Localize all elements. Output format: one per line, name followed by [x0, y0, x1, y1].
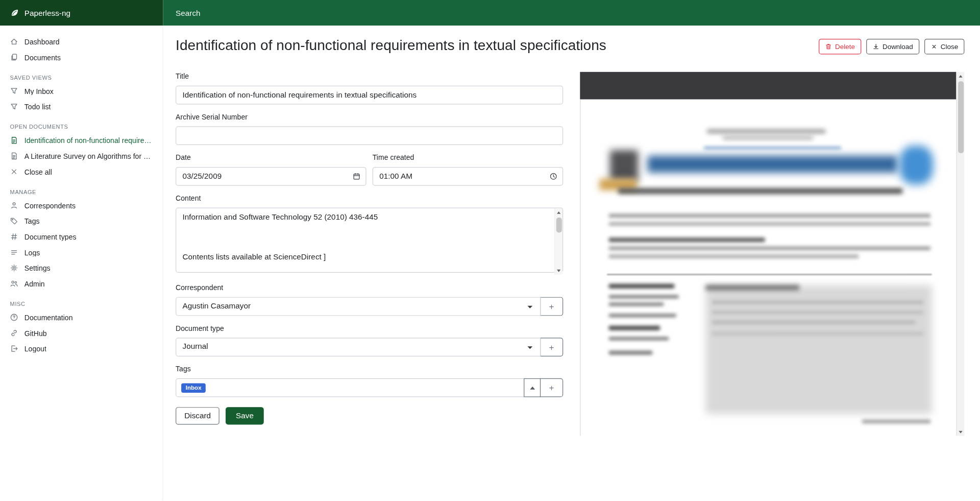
- scroll-down-icon[interactable]: [959, 431, 962, 434]
- close-button[interactable]: Close: [924, 39, 965, 55]
- hash-icon: [10, 233, 18, 241]
- preview-scrollbar[interactable]: [956, 72, 964, 436]
- correspondent-select[interactable]: Agustin Casamayor: [176, 297, 541, 316]
- file-text-icon: [10, 136, 18, 145]
- delete-label: Delete: [835, 42, 855, 52]
- sidebar-item-documentation[interactable]: Documentation: [0, 309, 162, 325]
- brand-name: Paperless-ng: [24, 9, 70, 17]
- trash-icon: [825, 43, 832, 50]
- download-button[interactable]: Download: [866, 39, 919, 55]
- house-icon: [10, 37, 18, 45]
- document-type-value: Journal: [183, 342, 208, 351]
- title-label: Title: [176, 72, 563, 81]
- page-header: Identification of non-functional require…: [163, 26, 980, 55]
- sidebar-item-label: Logs: [24, 249, 40, 256]
- sidebar-section-title: OPEN DOCUMENTS: [0, 114, 162, 133]
- sidebar-item-github[interactable]: GitHub: [0, 325, 162, 341]
- logout-icon: [10, 345, 18, 353]
- page-title: Identification of non-functional require…: [176, 36, 606, 54]
- sidebar: Dashboard Documents SAVED VIEWS My Inbox…: [0, 26, 163, 501]
- time-label: Time created: [373, 153, 563, 162]
- sidebar-item-open-document-2[interactable]: A Literature Survey on Algorithms for Mu…: [0, 148, 162, 164]
- delete-button[interactable]: Delete: [819, 39, 861, 55]
- download-label: Download: [883, 42, 913, 52]
- add-document-type-button[interactable]: +: [540, 338, 563, 357]
- funnel-icon: [10, 103, 18, 111]
- add-tag-button[interactable]: +: [540, 378, 563, 397]
- blurred-content: [609, 303, 664, 306]
- sidebar-item-logout[interactable]: Logout: [0, 341, 162, 356]
- sidebar-item-label: Settings: [24, 264, 51, 272]
- sidebar-item-todo-list[interactable]: Todo list: [0, 99, 162, 114]
- blurred-content: [707, 130, 826, 133]
- blurred-logo: [610, 150, 638, 181]
- blurred-content: [862, 420, 931, 423]
- scroll-up-icon[interactable]: [959, 75, 962, 78]
- pdf-page: [580, 100, 956, 436]
- scroll-thumb[interactable]: [556, 218, 561, 233]
- sidebar-item-open-document-1[interactable]: Identification of non-functional require…: [0, 133, 162, 149]
- calendar-icon[interactable]: [353, 173, 361, 181]
- sidebar-item-label: Documentation: [24, 314, 73, 321]
- sidebar-item-document-types[interactable]: Document types: [0, 229, 162, 245]
- search-input[interactable]: [176, 9, 967, 17]
- title-input[interactable]: [176, 86, 563, 105]
- blurred-content: [705, 285, 799, 291]
- list-icon: [10, 248, 18, 256]
- blurred-content: [609, 284, 675, 289]
- blurred-content: [609, 214, 931, 218]
- document-actions: Delete Download Close: [819, 39, 964, 55]
- clock-icon[interactable]: [549, 173, 557, 181]
- blurred-content: [609, 314, 676, 317]
- sidebar-item-close-all[interactable]: Close all: [0, 164, 162, 180]
- save-button[interactable]: Save: [226, 408, 264, 425]
- asn-label: Archive Serial Number: [176, 113, 563, 122]
- date-input[interactable]: [176, 167, 366, 186]
- close-label: Close: [941, 42, 958, 52]
- sidebar-item-correspondents[interactable]: Correspondents: [0, 198, 162, 213]
- sidebar-item-label: Correspondents: [24, 202, 76, 209]
- document-detail: Title Archive Serial Number Date: [163, 55, 980, 436]
- scroll-thumb[interactable]: [958, 82, 964, 154]
- blurred-content: [609, 238, 765, 243]
- sidebar-item-label: Identification of non-functional require…: [24, 137, 153, 145]
- sidebar-item-tags[interactable]: Tags: [0, 213, 162, 229]
- sidebar-item-my-inbox[interactable]: My Inbox: [0, 83, 162, 99]
- sidebar-section-title: MISC: [0, 292, 162, 310]
- sidebar-item-label: Logout: [24, 345, 46, 352]
- asn-input[interactable]: [176, 127, 563, 146]
- sidebar-item-logs[interactable]: Logs: [0, 245, 162, 260]
- content-scrollbar[interactable]: [554, 208, 562, 275]
- tags-input[interactable]: Inbox: [176, 378, 524, 397]
- blurred-content: [609, 351, 653, 354]
- content-textarea[interactable]: Information and Software Technology 52 (…: [176, 208, 563, 273]
- document-edit-form: Title Archive Serial Number Date: [176, 72, 563, 425]
- document-preview: [580, 72, 964, 436]
- blurred-title: [648, 156, 898, 173]
- sidebar-item-settings[interactable]: Settings: [0, 260, 162, 276]
- download-icon: [872, 43, 879, 50]
- sidebar-item-admin[interactable]: Admin: [0, 276, 162, 292]
- sidebar-item-label: Close all: [24, 168, 52, 176]
- add-correspondent-button[interactable]: +: [540, 297, 563, 316]
- blurred-content: [609, 326, 660, 330]
- files-icon: [10, 53, 18, 61]
- scroll-up-icon[interactable]: [557, 211, 560, 214]
- main-content: Identification of non-functional require…: [163, 26, 980, 501]
- time-input[interactable]: [373, 167, 563, 186]
- caret-up-icon: [530, 387, 535, 390]
- discard-button[interactable]: Discard: [176, 408, 219, 425]
- tag-badge-inbox[interactable]: Inbox: [181, 383, 206, 393]
- pdf-toolbar[interactable]: [580, 72, 956, 100]
- date-label: Date: [176, 153, 366, 162]
- sidebar-item-dashboard[interactable]: Dashboard: [0, 34, 162, 50]
- scroll-down-icon[interactable]: [557, 270, 560, 272]
- people-icon: [10, 279, 18, 288]
- correspondent-value: Agustin Casamayor: [183, 302, 251, 311]
- sidebar-item-documents[interactable]: Documents: [0, 50, 162, 65]
- blurred-content: [704, 147, 841, 149]
- blurred-content: [712, 321, 916, 324]
- app-brand[interactable]: Paperless-ng: [0, 0, 163, 26]
- tags-dropdown-toggle-button[interactable]: [524, 378, 541, 397]
- document-type-select[interactable]: Journal: [176, 338, 541, 357]
